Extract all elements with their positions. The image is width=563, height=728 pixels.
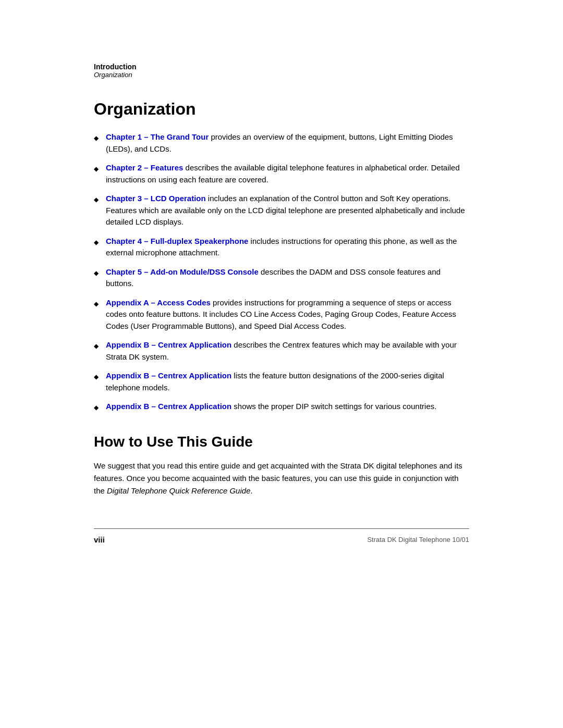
appendixb3-link[interactable]: Appendix B – Centrex Application xyxy=(106,402,231,411)
footer-page-number: viii xyxy=(94,535,105,544)
list-item-content: Appendix A – Access Codes provides instr… xyxy=(106,297,469,332)
list-item: ◆ Chapter 2 – Features describes the ava… xyxy=(94,162,469,186)
breadcrumb-main: Introduction xyxy=(94,63,469,71)
bullet-icon: ◆ xyxy=(94,372,99,381)
bullet-icon: ◆ xyxy=(94,299,99,309)
list-item-content: Appendix B – Centrex Application lists t… xyxy=(106,370,469,393)
bullet-icon: ◆ xyxy=(94,133,99,143)
chapter3-link[interactable]: Chapter 3 – LCD Operation xyxy=(106,194,206,203)
bullet-icon: ◆ xyxy=(94,403,99,412)
main-content: Organization ◆ Chapter 1 – The Grand Tou… xyxy=(0,84,563,528)
chapter2-link[interactable]: Chapter 2 – Features xyxy=(106,163,183,172)
list-item: ◆ Appendix B – Centrex Application shows… xyxy=(94,401,469,413)
appendixb1-link[interactable]: Appendix B – Centrex Application xyxy=(106,340,231,349)
list-item-content: Appendix B – Centrex Application describ… xyxy=(106,339,469,363)
header-section: Introduction Organization xyxy=(0,0,563,84)
list-item-content: Chapter 4 – Full-duplex Speakerphone inc… xyxy=(106,236,469,259)
list-item: ◆ Chapter 4 – Full-duplex Speakerphone i… xyxy=(94,236,469,259)
bullet-icon: ◆ xyxy=(94,195,99,204)
bullet-icon: ◆ xyxy=(94,268,99,278)
how-to-use-title: How to Use This Guide xyxy=(94,434,469,450)
appendixa-link[interactable]: Appendix A – Access Codes xyxy=(106,298,211,307)
footer: viii Strata DK Digital Telephone 10/01 xyxy=(0,529,563,550)
list-item: ◆ Chapter 5 – Add-on Module/DSS Console … xyxy=(94,266,469,290)
list-item-content: Chapter 2 – Features describes the avail… xyxy=(106,162,469,186)
list-item: ◆ Appendix B – Centrex Application lists… xyxy=(94,370,469,393)
appendixb2-link[interactable]: Appendix B – Centrex Application xyxy=(106,371,231,380)
chapter5-link[interactable]: Chapter 5 – Add-on Module/DSS Console xyxy=(106,267,259,276)
list-item-content: Chapter 5 – Add-on Module/DSS Console de… xyxy=(106,266,469,290)
list-item-content: Chapter 3 – LCD Operation includes an ex… xyxy=(106,193,469,228)
organization-title: Organization xyxy=(94,100,469,119)
page: Introduction Organization Organization ◆… xyxy=(0,0,563,728)
list-item: ◆ Chapter 1 – The Grand Tour provides an… xyxy=(94,131,469,155)
list-item-content: Appendix B – Centrex Application shows t… xyxy=(106,401,436,413)
list-item: ◆ Appendix B – Centrex Application descr… xyxy=(94,339,469,363)
footer-title: Strata DK Digital Telephone 10/01 xyxy=(367,536,469,544)
breadcrumb-sub: Organization xyxy=(94,71,469,79)
list-item: ◆ Appendix A – Access Codes provides ins… xyxy=(94,297,469,332)
chapter4-link[interactable]: Chapter 4 – Full-duplex Speakerphone xyxy=(106,237,248,245)
list-item-content: Chapter 1 – The Grand Tour provides an o… xyxy=(106,131,469,155)
how-to-use-body-end: . xyxy=(250,486,252,495)
bullet-icon: ◆ xyxy=(94,341,99,351)
organization-list: ◆ Chapter 1 – The Grand Tour provides an… xyxy=(94,131,469,413)
list-item: ◆ Chapter 3 – LCD Operation includes an … xyxy=(94,193,469,228)
appendixb3-text: shows the proper DIP switch settings for… xyxy=(231,402,436,411)
bullet-icon: ◆ xyxy=(94,164,99,174)
bullet-icon: ◆ xyxy=(94,238,99,247)
how-to-use-italic: Digital Telephone Quick Reference Guide xyxy=(107,486,250,495)
how-to-use-body: We suggest that you read this entire gui… xyxy=(94,460,469,497)
chapter1-link[interactable]: Chapter 1 – The Grand Tour xyxy=(106,132,209,141)
